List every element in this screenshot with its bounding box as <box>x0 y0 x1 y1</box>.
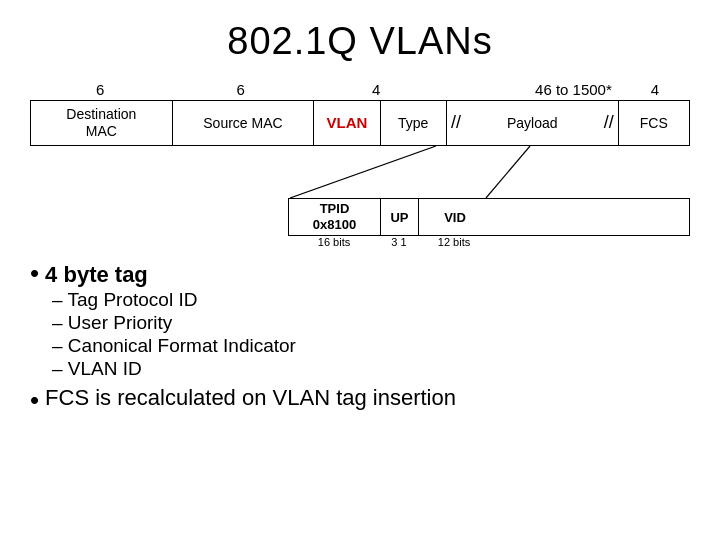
payload-box: // Payload // <box>447 101 619 145</box>
up-bits: 3 1 <box>380 236 418 248</box>
tpid-box: TPID0x8100 <box>289 199 381 235</box>
page-title: 802.1Q VLANs <box>30 20 690 63</box>
bullet-item-fcs: • FCS is recalculated on VLAN tag insert… <box>30 385 690 416</box>
sub-item-tpid: – Tag Protocol ID <box>52 289 296 311</box>
tpid-bits: 16 bits <box>288 236 380 248</box>
sub-item-cfi: – Canonical Format Indicator <box>52 335 296 357</box>
vlan-box: VLAN <box>314 101 380 145</box>
col-num-payload: 46 to 1500* <box>441 81 620 98</box>
frame-boxes: DestinationMAC Source MAC VLAN Type // P… <box>30 100 690 146</box>
bullet-dot-fcs: • <box>30 385 39 416</box>
tag-expanded: TPID0x8100 UP VID 16 bits 3 1 12 bits <box>288 198 690 248</box>
page: 802.1Q VLANs 6 6 4 46 to 1500* 4 Destina… <box>0 0 720 540</box>
col-num-vlan: 4 <box>311 81 441 98</box>
sub-item-up: – User Priority <box>52 312 296 334</box>
tag-boxes: TPID0x8100 UP VID <box>288 198 690 236</box>
connector-svg <box>30 146 690 198</box>
vid-bits: 12 bits <box>418 236 490 248</box>
up-box: UP <box>381 199 419 235</box>
tag-bits: 16 bits 3 1 12 bits <box>288 236 690 248</box>
type-box: Type <box>381 101 447 145</box>
tag-subitems: – Tag Protocol ID – User Priority – Cano… <box>30 289 296 380</box>
vid-box: VID <box>419 199 491 235</box>
bullet-fcs-text: FCS is recalculated on VLAN tag insertio… <box>45 385 456 411</box>
dest-mac-box: DestinationMAC <box>31 101 173 145</box>
bullet-tag-text: 4 byte tag <box>45 262 148 287</box>
connector-region <box>30 146 690 198</box>
col-num-dest: 6 <box>30 81 170 98</box>
src-mac-box: Source MAC <box>173 101 315 145</box>
svg-line-1 <box>486 146 530 198</box>
sub-item-vid: – VLAN ID <box>52 358 296 380</box>
fcs-box: FCS <box>619 101 689 145</box>
main-section: 6 6 4 46 to 1500* 4 DestinationMAC Sourc… <box>30 81 690 419</box>
payload-slash-right: // <box>604 112 614 134</box>
col-num-fcs: 4 <box>620 81 690 98</box>
bullet-item-tag: •4 byte tag – Tag Protocol ID – User Pri… <box>30 258 690 381</box>
payload-slash-left: // <box>451 112 461 134</box>
frame-numbers: 6 6 4 46 to 1500* 4 <box>30 81 690 98</box>
bullet-list: •4 byte tag – Tag Protocol ID – User Pri… <box>30 258 690 416</box>
col-num-src: 6 <box>170 81 310 98</box>
svg-line-0 <box>290 146 436 198</box>
bullet-dot-tag: • <box>30 258 39 288</box>
